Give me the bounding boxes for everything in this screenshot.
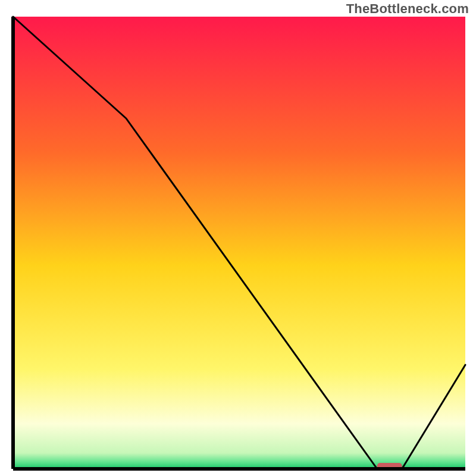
chart-background xyxy=(13,17,465,469)
chart-container: TheBottleneck.com xyxy=(0,0,476,476)
bottleneck-chart xyxy=(0,0,476,476)
